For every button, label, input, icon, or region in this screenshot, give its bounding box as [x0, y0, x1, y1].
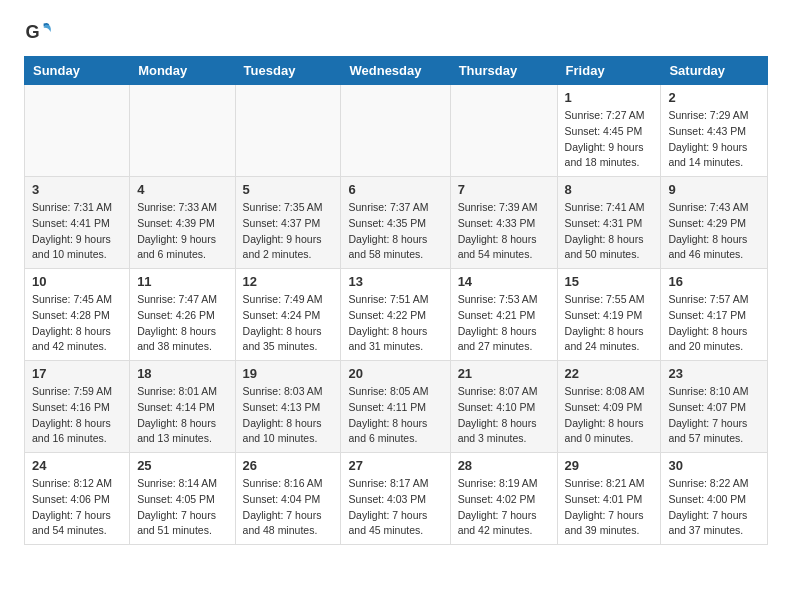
calendar-header: SundayMondayTuesdayWednesdayThursdayFrid…: [25, 57, 768, 85]
day-number: 18: [137, 366, 227, 381]
day-info: Sunrise: 7:35 AM Sunset: 4:37 PM Dayligh…: [243, 200, 334, 263]
day-number: 13: [348, 274, 442, 289]
calendar-day: 19Sunrise: 8:03 AM Sunset: 4:13 PM Dayli…: [235, 361, 341, 453]
weekday-header-monday: Monday: [130, 57, 235, 85]
day-number: 27: [348, 458, 442, 473]
calendar-day: 23Sunrise: 8:10 AM Sunset: 4:07 PM Dayli…: [661, 361, 768, 453]
day-info: Sunrise: 7:41 AM Sunset: 4:31 PM Dayligh…: [565, 200, 654, 263]
day-info: Sunrise: 8:21 AM Sunset: 4:01 PM Dayligh…: [565, 476, 654, 539]
day-info: Sunrise: 8:19 AM Sunset: 4:02 PM Dayligh…: [458, 476, 550, 539]
calendar-day: 3Sunrise: 7:31 AM Sunset: 4:41 PM Daylig…: [25, 177, 130, 269]
weekday-header-tuesday: Tuesday: [235, 57, 341, 85]
calendar-day: [341, 85, 450, 177]
day-info: Sunrise: 8:05 AM Sunset: 4:11 PM Dayligh…: [348, 384, 442, 447]
calendar-day: 4Sunrise: 7:33 AM Sunset: 4:39 PM Daylig…: [130, 177, 235, 269]
calendar-wrap: SundayMondayTuesdayWednesdayThursdayFrid…: [0, 56, 792, 557]
calendar-week-4: 17Sunrise: 7:59 AM Sunset: 4:16 PM Dayli…: [25, 361, 768, 453]
day-info: Sunrise: 7:53 AM Sunset: 4:21 PM Dayligh…: [458, 292, 550, 355]
weekday-header-sunday: Sunday: [25, 57, 130, 85]
day-number: 21: [458, 366, 550, 381]
day-number: 3: [32, 182, 122, 197]
day-info: Sunrise: 8:12 AM Sunset: 4:06 PM Dayligh…: [32, 476, 122, 539]
logo-icon: G: [24, 18, 52, 46]
day-info: Sunrise: 7:45 AM Sunset: 4:28 PM Dayligh…: [32, 292, 122, 355]
weekday-header-friday: Friday: [557, 57, 661, 85]
calendar-day: 22Sunrise: 8:08 AM Sunset: 4:09 PM Dayli…: [557, 361, 661, 453]
day-number: 14: [458, 274, 550, 289]
day-info: Sunrise: 7:49 AM Sunset: 4:24 PM Dayligh…: [243, 292, 334, 355]
day-number: 4: [137, 182, 227, 197]
day-info: Sunrise: 7:47 AM Sunset: 4:26 PM Dayligh…: [137, 292, 227, 355]
day-info: Sunrise: 8:10 AM Sunset: 4:07 PM Dayligh…: [668, 384, 760, 447]
day-info: Sunrise: 7:51 AM Sunset: 4:22 PM Dayligh…: [348, 292, 442, 355]
day-number: 2: [668, 90, 760, 105]
calendar-day: 5Sunrise: 7:35 AM Sunset: 4:37 PM Daylig…: [235, 177, 341, 269]
day-info: Sunrise: 8:08 AM Sunset: 4:09 PM Dayligh…: [565, 384, 654, 447]
weekday-header-saturday: Saturday: [661, 57, 768, 85]
day-number: 23: [668, 366, 760, 381]
calendar-week-5: 24Sunrise: 8:12 AM Sunset: 4:06 PM Dayli…: [25, 453, 768, 545]
day-number: 25: [137, 458, 227, 473]
day-number: 16: [668, 274, 760, 289]
day-info: Sunrise: 8:01 AM Sunset: 4:14 PM Dayligh…: [137, 384, 227, 447]
calendar-day: 6Sunrise: 7:37 AM Sunset: 4:35 PM Daylig…: [341, 177, 450, 269]
weekday-header-row: SundayMondayTuesdayWednesdayThursdayFrid…: [25, 57, 768, 85]
day-info: Sunrise: 8:07 AM Sunset: 4:10 PM Dayligh…: [458, 384, 550, 447]
day-info: Sunrise: 8:22 AM Sunset: 4:00 PM Dayligh…: [668, 476, 760, 539]
calendar-table: SundayMondayTuesdayWednesdayThursdayFrid…: [24, 56, 768, 545]
svg-text:G: G: [25, 22, 39, 42]
calendar-day: [130, 85, 235, 177]
day-number: 9: [668, 182, 760, 197]
calendar-day: 28Sunrise: 8:19 AM Sunset: 4:02 PM Dayli…: [450, 453, 557, 545]
calendar-day: 14Sunrise: 7:53 AM Sunset: 4:21 PM Dayli…: [450, 269, 557, 361]
calendar-day: 10Sunrise: 7:45 AM Sunset: 4:28 PM Dayli…: [25, 269, 130, 361]
calendar-week-1: 1Sunrise: 7:27 AM Sunset: 4:45 PM Daylig…: [25, 85, 768, 177]
calendar-day: 17Sunrise: 7:59 AM Sunset: 4:16 PM Dayli…: [25, 361, 130, 453]
day-number: 28: [458, 458, 550, 473]
calendar-day: 27Sunrise: 8:17 AM Sunset: 4:03 PM Dayli…: [341, 453, 450, 545]
calendar-day: 26Sunrise: 8:16 AM Sunset: 4:04 PM Dayli…: [235, 453, 341, 545]
calendar-day: 15Sunrise: 7:55 AM Sunset: 4:19 PM Dayli…: [557, 269, 661, 361]
day-info: Sunrise: 7:29 AM Sunset: 4:43 PM Dayligh…: [668, 108, 760, 171]
day-number: 15: [565, 274, 654, 289]
calendar-day: 21Sunrise: 8:07 AM Sunset: 4:10 PM Dayli…: [450, 361, 557, 453]
day-info: Sunrise: 8:16 AM Sunset: 4:04 PM Dayligh…: [243, 476, 334, 539]
calendar-day: 12Sunrise: 7:49 AM Sunset: 4:24 PM Dayli…: [235, 269, 341, 361]
page-header: G: [0, 0, 792, 56]
calendar-day: 16Sunrise: 7:57 AM Sunset: 4:17 PM Dayli…: [661, 269, 768, 361]
calendar-week-3: 10Sunrise: 7:45 AM Sunset: 4:28 PM Dayli…: [25, 269, 768, 361]
day-info: Sunrise: 8:03 AM Sunset: 4:13 PM Dayligh…: [243, 384, 334, 447]
day-number: 8: [565, 182, 654, 197]
calendar-day: 13Sunrise: 7:51 AM Sunset: 4:22 PM Dayli…: [341, 269, 450, 361]
calendar-day: 30Sunrise: 8:22 AM Sunset: 4:00 PM Dayli…: [661, 453, 768, 545]
day-info: Sunrise: 7:37 AM Sunset: 4:35 PM Dayligh…: [348, 200, 442, 263]
day-info: Sunrise: 8:17 AM Sunset: 4:03 PM Dayligh…: [348, 476, 442, 539]
day-info: Sunrise: 7:55 AM Sunset: 4:19 PM Dayligh…: [565, 292, 654, 355]
calendar-day: 20Sunrise: 8:05 AM Sunset: 4:11 PM Dayli…: [341, 361, 450, 453]
day-number: 10: [32, 274, 122, 289]
day-info: Sunrise: 8:14 AM Sunset: 4:05 PM Dayligh…: [137, 476, 227, 539]
day-number: 6: [348, 182, 442, 197]
day-number: 26: [243, 458, 334, 473]
calendar-day: 18Sunrise: 8:01 AM Sunset: 4:14 PM Dayli…: [130, 361, 235, 453]
calendar-day: 2Sunrise: 7:29 AM Sunset: 4:43 PM Daylig…: [661, 85, 768, 177]
calendar-day: 11Sunrise: 7:47 AM Sunset: 4:26 PM Dayli…: [130, 269, 235, 361]
weekday-header-thursday: Thursday: [450, 57, 557, 85]
calendar-day: 7Sunrise: 7:39 AM Sunset: 4:33 PM Daylig…: [450, 177, 557, 269]
calendar-day: 9Sunrise: 7:43 AM Sunset: 4:29 PM Daylig…: [661, 177, 768, 269]
calendar-day: 24Sunrise: 8:12 AM Sunset: 4:06 PM Dayli…: [25, 453, 130, 545]
weekday-header-wednesday: Wednesday: [341, 57, 450, 85]
logo: G: [24, 18, 56, 46]
day-number: 24: [32, 458, 122, 473]
day-number: 19: [243, 366, 334, 381]
day-info: Sunrise: 7:59 AM Sunset: 4:16 PM Dayligh…: [32, 384, 122, 447]
day-number: 7: [458, 182, 550, 197]
day-number: 22: [565, 366, 654, 381]
day-number: 29: [565, 458, 654, 473]
day-info: Sunrise: 7:57 AM Sunset: 4:17 PM Dayligh…: [668, 292, 760, 355]
day-number: 12: [243, 274, 334, 289]
calendar-day: [450, 85, 557, 177]
calendar-day: 29Sunrise: 8:21 AM Sunset: 4:01 PM Dayli…: [557, 453, 661, 545]
day-info: Sunrise: 7:31 AM Sunset: 4:41 PM Dayligh…: [32, 200, 122, 263]
calendar-day: [235, 85, 341, 177]
